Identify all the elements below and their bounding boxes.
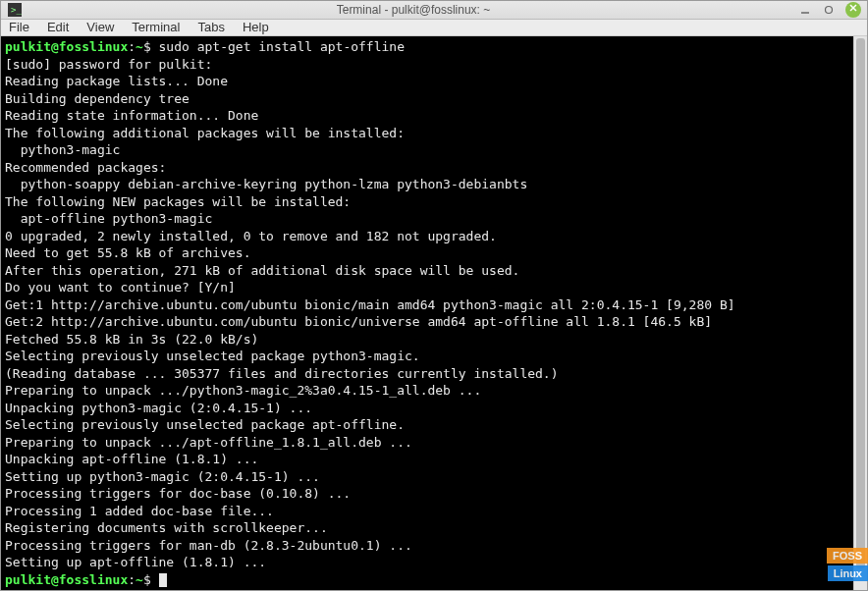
menubar: File Edit View Terminal Tabs Help (1, 20, 867, 36)
menu-help[interactable]: Help (243, 20, 269, 34)
svg-text:>_: >_ (11, 5, 22, 15)
scrollbar[interactable] (853, 36, 867, 590)
titlebar[interactable]: >_ Terminal - pulkit@fosslinux: ~ (1, 1, 867, 20)
minimize-button[interactable] (798, 3, 812, 17)
scrollbar-thumb[interactable] (856, 38, 865, 568)
window-title: Terminal - pulkit@fosslinux: ~ (28, 3, 798, 17)
menu-tabs[interactable]: Tabs (197, 20, 224, 34)
svg-point-3 (826, 6, 833, 13)
close-button[interactable] (845, 2, 861, 18)
terminal-content[interactable]: pulkit@fosslinux:~$ sudo apt-get install… (1, 36, 853, 590)
menu-terminal[interactable]: Terminal (132, 20, 180, 34)
terminal-icon: >_ (7, 2, 23, 18)
window-controls (798, 2, 861, 18)
maximize-button[interactable] (822, 3, 836, 17)
menu-edit[interactable]: Edit (47, 20, 69, 34)
watermark-foss: FOSS (827, 548, 868, 564)
watermark-linux: Linux (828, 565, 868, 581)
menu-file[interactable]: File (9, 20, 29, 34)
menu-view[interactable]: View (86, 20, 114, 34)
cursor (159, 573, 167, 587)
terminal-window: >_ Terminal - pulkit@fosslinux: ~ File E… (0, 0, 868, 591)
terminal-area[interactable]: pulkit@fosslinux:~$ sudo apt-get install… (1, 36, 867, 590)
